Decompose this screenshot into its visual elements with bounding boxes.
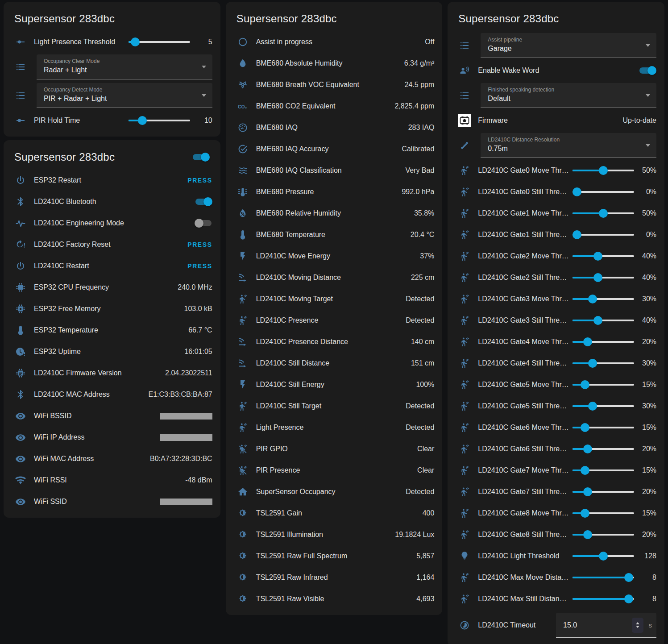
row-pir-presence[interactable]: PIR PresenceClear — [226, 460, 443, 481]
slider-knob[interactable] — [588, 402, 597, 411]
slider-ld2410c-light-threshold[interactable] — [573, 552, 634, 561]
row-bme680-iaq[interactable]: BME680 IAQ283 IAQ — [226, 117, 443, 138]
row-wifi-mac-address[interactable]: WiFi MAC AddressB0:A7:32:28:3D:BC — [4, 448, 220, 469]
slider-ld2410c-gate0-move-thr[interactable] — [573, 166, 634, 175]
row-ld2410c-move-energy[interactable]: LD2410C Move Energy37% — [226, 245, 443, 267]
row-supersensor-occupancy[interactable]: SuperSensor OccupancyDetected — [226, 481, 443, 503]
row-tsl2591-illumination[interactable]: TSL2591 Illumination19.1824 Lux — [226, 524, 443, 545]
slider-ld2410c-gate6-move-thr[interactable] — [573, 423, 634, 432]
slider-knob[interactable] — [593, 252, 602, 261]
slider-knob[interactable] — [593, 273, 602, 282]
stepper-buttons[interactable] — [632, 618, 643, 633]
select-field-occupancy-detect-mode[interactable]: Occupancy Detect ModePIR + Radar + Light — [37, 83, 212, 108]
row-bme680-relative-humidity[interactable]: BME680 Relative Humidity35.8% — [226, 203, 443, 224]
row-ld2410c-moving-distance[interactable]: LD2410C Moving Distance225 cm — [226, 267, 443, 288]
row-wifi-ssid[interactable]: WiFi SSID — [4, 491, 220, 512]
slider-knob[interactable] — [573, 230, 581, 239]
row-firmware[interactable]: FirmwareUp-to-date — [448, 110, 664, 131]
row-bme680-breath-voc-equivalent[interactable]: BME680 Breath VOC Equivalent24.5 ppm — [226, 74, 443, 96]
slider-pir-hold-time[interactable] — [129, 116, 190, 125]
row-esp32-uptime[interactable]: ESP32 Uptime16:01:05 — [4, 341, 220, 362]
slider-knob[interactable] — [583, 487, 592, 496]
chevron-up-icon[interactable] — [636, 622, 639, 624]
row-wifi-bssid[interactable]: WiFi BSSID — [4, 405, 220, 427]
slider-ld2410c-max-still-distanc[interactable] — [573, 594, 634, 603]
slider-ld2410c-gate1-still-thres[interactable] — [573, 230, 634, 239]
slider-ld2410c-gate0-still-thres[interactable] — [573, 187, 634, 196]
slider-knob[interactable] — [581, 466, 589, 475]
row-tsl2591-raw-visible[interactable]: TSL2591 Raw Visible4,693 — [226, 588, 443, 610]
slider-ld2410c-gate2-still-thres[interactable] — [573, 273, 634, 282]
row-bme680-absolute-humidity[interactable]: BME680 Absolute Humidity6.34 g/m³ — [226, 53, 443, 74]
slider-knob[interactable] — [583, 530, 592, 539]
row-ld2410c-moving-target[interactable]: LD2410C Moving TargetDetected — [226, 288, 443, 310]
slider-knob[interactable] — [599, 209, 608, 218]
row-bme680-iaq-classification[interactable]: BME680 IAQ ClassificationVery Bad — [226, 160, 443, 181]
slider-knob[interactable] — [581, 509, 589, 518]
press-button[interactable]: PRESS — [187, 262, 212, 270]
slider-ld2410c-gate1-move-thr[interactable] — [573, 209, 634, 218]
row-assist-in-progress[interactable]: Assist in progressOff — [226, 31, 443, 53]
row-bme680-iaq-accuracy[interactable]: BME680 IAQ AccuracyCalibrated — [226, 138, 443, 160]
row-ld2410c-presence[interactable]: LD2410C PresenceDetected — [226, 310, 443, 331]
select-field-finished-speaking-detection[interactable]: Finished speaking detectionDefault — [481, 83, 656, 108]
row-ld2410c-still-energy[interactable]: LD2410C Still Energy100% — [226, 374, 443, 395]
chevron-down-icon[interactable] — [636, 626, 639, 628]
row-esp32-free-memory[interactable]: ESP32 Free Memory103.0 kB — [4, 298, 220, 320]
slider-knob[interactable] — [624, 594, 633, 603]
row-pir-gpio[interactable]: PIR GPIOClear — [226, 438, 443, 460]
slider-knob[interactable] — [581, 380, 589, 389]
slider-ld2410c-gate3-move-thr[interactable] — [573, 295, 634, 303]
toggle-switch[interactable] — [195, 197, 212, 206]
slider-knob[interactable] — [599, 166, 608, 175]
row-wifi-rssi[interactable]: WiFi RSSI-48 dBm — [4, 469, 220, 491]
slider-knob[interactable] — [588, 295, 597, 303]
slider-knob[interactable] — [138, 116, 147, 125]
number-input[interactable]: 15.0s — [556, 613, 656, 638]
slider-ld2410c-gate8-still-thres[interactable] — [573, 530, 634, 539]
row-ld2410c-still-distance[interactable]: LD2410C Still Distance151 cm — [226, 353, 443, 374]
slider-ld2410c-max-move-dista[interactable] — [573, 573, 634, 582]
slider-knob[interactable] — [131, 37, 140, 46]
row-ld2410c-presence-distance[interactable]: LD2410C Presence Distance140 cm — [226, 331, 443, 353]
slider-knob[interactable] — [599, 552, 608, 561]
row-ld2410c-still-target[interactable]: LD2410C Still TargetDetected — [226, 395, 443, 417]
row-esp32-cpu-frequency[interactable]: ESP32 CPU Frequency240.0 MHz — [4, 277, 220, 298]
slider-light-presence-threshold[interactable] — [129, 37, 190, 46]
toggle-switch[interactable] — [195, 219, 212, 228]
slider-ld2410c-gate5-move-thr[interactable] — [573, 380, 634, 389]
card-power-toggle[interactable] — [192, 153, 210, 162]
row-ld2410c-firmware-version[interactable]: LD2410C Firmware Version2.04.23022511 — [4, 362, 220, 384]
slider-knob[interactable] — [624, 573, 633, 582]
row-bme680-pressure[interactable]: BME680 Pressure992.0 hPa — [226, 181, 443, 203]
slider-ld2410c-gate4-move-thr[interactable] — [573, 337, 634, 346]
row-tsl2591-raw-infrared[interactable]: TSL2591 Raw Infrared1,164 — [226, 567, 443, 588]
row-wifi-ip-address[interactable]: WiFi IP Address — [4, 427, 220, 448]
slider-ld2410c-gate5-still-thres[interactable] — [573, 402, 634, 411]
slider-knob[interactable] — [573, 187, 581, 196]
slider-ld2410c-gate6-still-thres[interactable] — [573, 445, 634, 453]
slider-ld2410c-gate3-still-thres[interactable] — [573, 316, 634, 325]
slider-knob[interactable] — [588, 359, 597, 368]
slider-knob[interactable] — [581, 423, 589, 432]
select-field-occupancy-clear-mode[interactable]: Occupancy Clear ModeRadar + Light — [37, 54, 212, 79]
row-bme680-co2-equivalent[interactable]: CO₂BME680 CO2 Equivalent2,825.4 ppm — [226, 96, 443, 117]
slider-ld2410c-gate7-still-thres[interactable] — [573, 487, 634, 496]
row-light-presence[interactable]: Light PresenceDetected — [226, 417, 443, 438]
press-button[interactable]: PRESS — [187, 241, 212, 248]
row-esp32-temperature[interactable]: ESP32 Temperature66.7 °C — [4, 320, 220, 341]
select-field-ld2410c-distance-resolution[interactable]: LD2410C Distance Resolution0.75m — [481, 133, 656, 158]
row-tsl2591-gain[interactable]: TSL2591 Gain400 — [226, 503, 443, 524]
row-ld2410c-mac-address[interactable]: LD2410C MAC AddressE1:C3:B3:CB:BA:87 — [4, 384, 220, 405]
slider-ld2410c-gate7-move-thr[interactable] — [573, 466, 634, 475]
slider-knob[interactable] — [583, 337, 592, 346]
press-button[interactable]: PRESS — [187, 177, 212, 184]
toggle-switch[interactable] — [639, 66, 656, 75]
row-bme680-temperature[interactable]: BME680 Temperature20.4 °C — [226, 224, 443, 245]
row-tsl2591-raw-full-spectrum[interactable]: TSL2591 Raw Full Spectrum5,857 — [226, 545, 443, 567]
slider-ld2410c-gate2-move-thr[interactable] — [573, 252, 634, 261]
slider-knob[interactable] — [583, 445, 592, 453]
slider-knob[interactable] — [593, 316, 602, 325]
select-field-assist-pipeline[interactable]: Assist pipelineGarage — [481, 33, 656, 58]
slider-ld2410c-gate8-move-thr[interactable] — [573, 509, 634, 518]
